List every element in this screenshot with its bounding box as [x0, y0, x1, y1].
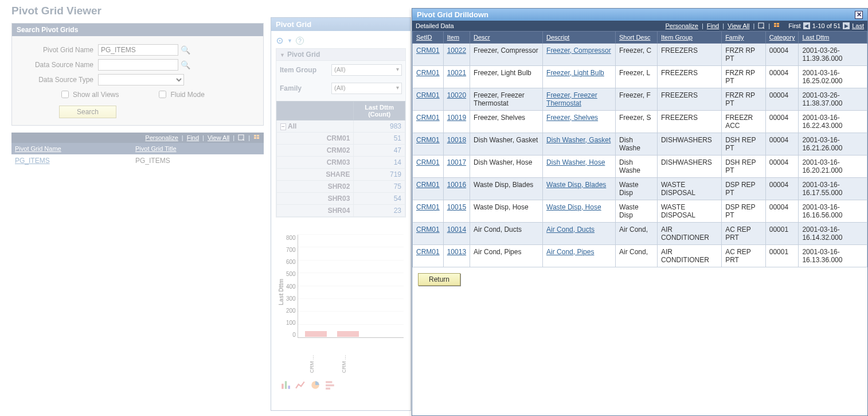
- column-header[interactable]: Short Desc: [619, 34, 650, 41]
- pivot-row-value[interactable]: 983: [354, 120, 405, 133]
- prev-icon[interactable]: ◀: [803, 22, 810, 29]
- cell-link[interactable]: CRM01: [416, 248, 440, 256]
- download-icon[interactable]: [253, 134, 260, 141]
- pivot-sub-title[interactable]: ▼Pivot Grid: [276, 49, 405, 61]
- cell-link[interactable]: Freezer, Compressor: [546, 46, 611, 55]
- cell-link[interactable]: CRM01: [416, 203, 440, 211]
- cell-link[interactable]: CRM01: [416, 69, 440, 77]
- hbar-chart-icon[interactable]: [325, 380, 335, 390]
- cell-link[interactable]: Dish Washer, Hose: [546, 158, 605, 166]
- show-all-views-checkbox[interactable]: [61, 91, 69, 98]
- gear-icon[interactable]: [276, 37, 284, 45]
- svg-rect-2: [257, 135, 259, 137]
- pivot-row-value[interactable]: 75: [354, 181, 405, 193]
- cell-link[interactable]: CRM01: [416, 91, 440, 99]
- cell-link[interactable]: CRM01: [416, 46, 440, 55]
- col-pivot-title[interactable]: Pivot Grid Title: [135, 145, 177, 152]
- cell-link[interactable]: CRM01: [416, 114, 440, 122]
- cell-link[interactable]: Freezer, Freezer Thermostat: [546, 91, 597, 107]
- line-chart-icon[interactable]: [295, 380, 306, 390]
- find-link[interactable]: Find: [187, 134, 199, 141]
- cell-link[interactable]: 10016: [447, 181, 466, 189]
- pie-chart-icon[interactable]: [310, 380, 320, 390]
- cell-link[interactable]: Waste Disp, Blades: [546, 181, 606, 189]
- pivot-name-link[interactable]: PG_ITEMS: [15, 157, 50, 165]
- pivot-row-value[interactable]: 47: [354, 145, 405, 157]
- pivot-row-label: SHARE: [277, 169, 354, 181]
- column-header[interactable]: Item Group: [661, 34, 693, 41]
- view-all-link[interactable]: View All: [728, 22, 749, 29]
- column-header[interactable]: Category: [769, 34, 795, 41]
- column-header[interactable]: Descript: [546, 34, 569, 41]
- fluid-mode-checkbox[interactable]: [159, 91, 166, 98]
- cell-link[interactable]: Dish Washer, Gasket: [546, 136, 611, 144]
- cell: FREEZR ACC: [722, 111, 766, 133]
- column-header[interactable]: Item: [447, 34, 459, 41]
- cell-link[interactable]: 10018: [447, 136, 466, 144]
- cell-link[interactable]: 10022: [447, 46, 466, 55]
- cell-link[interactable]: 10013: [447, 248, 466, 256]
- cell-link[interactable]: 10021: [447, 69, 466, 77]
- grid-name-input[interactable]: [98, 44, 178, 56]
- find-link[interactable]: Find: [707, 22, 719, 29]
- zoom-icon[interactable]: [758, 22, 765, 29]
- cell: 00004: [765, 88, 799, 111]
- column-header[interactable]: Family: [725, 34, 744, 41]
- cell: FRZR RP PT: [722, 44, 766, 66]
- last-link[interactable]: Last: [852, 22, 864, 29]
- cell-link[interactable]: Freezer, Light Bulb: [546, 69, 604, 77]
- pivot-row-label: SHR03: [277, 193, 354, 205]
- zoom-icon[interactable]: [238, 134, 245, 141]
- search-button[interactable]: Search: [59, 106, 116, 118]
- cell-link[interactable]: CRM01: [416, 158, 440, 166]
- column-header[interactable]: Descr: [474, 34, 490, 41]
- cell-link[interactable]: 10017: [447, 158, 466, 166]
- pivot-row-value[interactable]: 14: [354, 157, 405, 169]
- ds-name-input[interactable]: [98, 59, 178, 71]
- personalize-link[interactable]: Personalize: [145, 134, 178, 141]
- svg-rect-1: [254, 135, 256, 137]
- cell-link[interactable]: Freezer, Shelves: [546, 114, 598, 122]
- cell-link[interactable]: Air Cond, Pipes: [546, 248, 594, 256]
- search-panel: Search Pivot Grids Pivot Grid Name 🔍 Dat…: [11, 23, 264, 126]
- chart-plot[interactable]: [298, 235, 404, 338]
- cell-link[interactable]: CRM01: [416, 181, 440, 189]
- pivot-row-value[interactable]: 23: [354, 205, 405, 217]
- column-header[interactable]: SetID: [416, 34, 432, 41]
- cell: Waste Disp: [616, 178, 658, 200]
- lookup-icon[interactable]: 🔍: [181, 60, 190, 69]
- col-pivot-name[interactable]: Pivot Grid Name: [15, 145, 61, 152]
- pivot-row-value[interactable]: 719: [354, 169, 405, 181]
- cell-link[interactable]: 10019: [447, 114, 466, 122]
- cell: 2001-03-16-16.17.55.000: [799, 178, 867, 200]
- bar-chart-icon[interactable]: [280, 380, 291, 390]
- view-all-link[interactable]: View All: [208, 134, 229, 141]
- item-group-select[interactable]: (All): [331, 64, 402, 76]
- pivot-row-value[interactable]: 54: [354, 193, 405, 205]
- cell-link[interactable]: CRM01: [416, 136, 440, 144]
- gear-menu-caret[interactable]: ▼: [287, 38, 292, 44]
- collapse-all-icon[interactable]: −: [280, 123, 286, 130]
- table-row: CRM0110020Freezer, Freezer ThermostatFre…: [413, 88, 867, 111]
- cell-link[interactable]: 10020: [447, 91, 466, 99]
- download-icon[interactable]: [773, 22, 780, 29]
- family-select[interactable]: (All): [331, 83, 402, 94]
- cell: 00001: [765, 223, 799, 245]
- cell-link[interactable]: 10014: [447, 226, 466, 234]
- close-icon[interactable]: ✕: [855, 11, 863, 19]
- ds-type-select[interactable]: [98, 74, 184, 85]
- return-button[interactable]: Return: [418, 273, 460, 286]
- personalize-link[interactable]: Personalize: [665, 22, 698, 29]
- lookup-icon[interactable]: 🔍: [181, 45, 190, 55]
- cell-link[interactable]: Waste Disp, Hose: [546, 203, 601, 211]
- pivot-row-value[interactable]: 51: [354, 133, 405, 145]
- column-header[interactable]: Last Dttm: [802, 34, 829, 41]
- next-icon[interactable]: ▶: [843, 22, 850, 29]
- help-icon[interactable]: ?: [296, 37, 304, 45]
- cell-link[interactable]: 10015: [447, 203, 466, 211]
- cell: 2001-03-16-16.22.43.000: [799, 111, 867, 133]
- pivot-row-label: −All: [277, 120, 354, 133]
- cell-link[interactable]: Air Cond, Ducts: [546, 226, 595, 234]
- cell-link[interactable]: CRM01: [416, 226, 440, 234]
- first-link[interactable]: First: [788, 22, 800, 29]
